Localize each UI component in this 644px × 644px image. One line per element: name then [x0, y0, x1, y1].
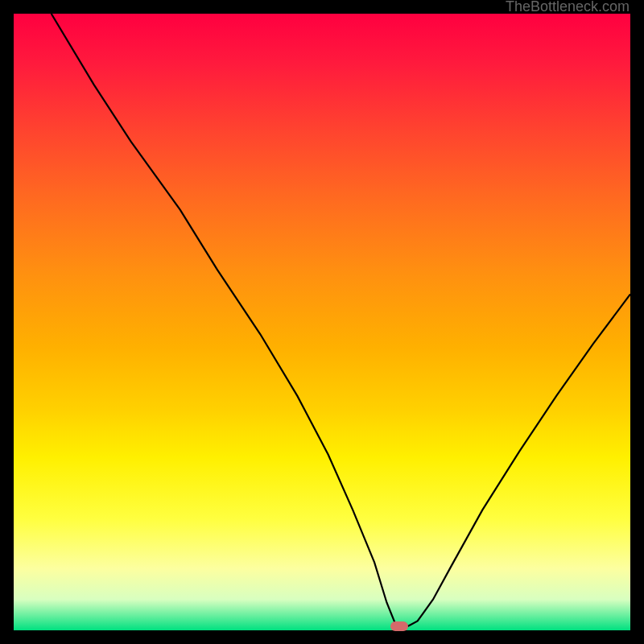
optimal-point-marker — [390, 621, 408, 631]
chart-plot-area — [14, 14, 630, 630]
bottleneck-curve — [14, 14, 630, 630]
